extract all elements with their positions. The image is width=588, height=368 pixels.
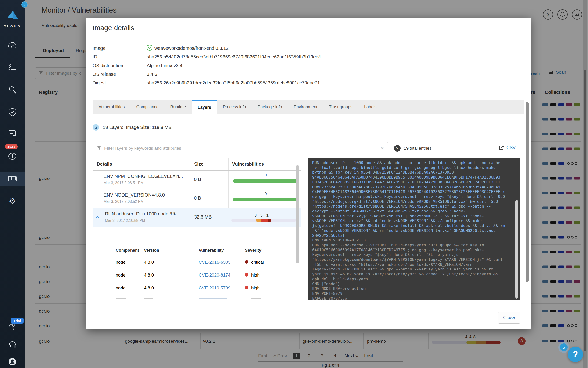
filter-funnel-icon <box>97 146 101 151</box>
sidebar-expand-toggle[interactable]: › <box>21 1 27 8</box>
cve-link[interactable]: CVE-2016-6303 <box>199 260 230 265</box>
cve-link[interactable]: CVE-2019-5739 <box>199 285 230 291</box>
col-vulnerabilities: Vulnerabilities <box>232 161 264 167</box>
modal-scrollbar[interactable] <box>526 102 529 282</box>
layers-summary-text: 19 Layers, Image Size: 119.8 MB <box>103 125 172 130</box>
tab-environment[interactable]: Environment <box>288 100 323 114</box>
clear-filter-icon[interactable]: ✕ <box>380 146 384 151</box>
code-selected-layer: RUN adduser -D -u 1000 node && apk add -… <box>312 160 520 238</box>
field-label-id: ID <box>93 54 147 60</box>
csv-export-button[interactable]: CSV <box>499 145 516 150</box>
col-details: Details <box>97 161 112 167</box>
total-entries: ? 19 total entries <box>394 145 431 152</box>
cve-row-clipped <box>116 298 278 300</box>
modal-footer: Close <box>86 306 530 329</box>
chevron-up-icon[interactable] <box>96 215 99 220</box>
dockerfile-code-pane: RUN adduser -D -u 1000 node && apk add -… <box>308 158 520 300</box>
tab-trust-groups[interactable]: Trust groups <box>323 100 358 114</box>
layers-filter-input[interactable] <box>104 146 377 151</box>
modal-tabs: Vulnerabilities Compliance Runtime Layer… <box>93 100 524 114</box>
layers-table: Details Size Vulnerabilities ENV NPM_CON… <box>93 158 301 300</box>
compliance-report-icon[interactable] <box>0 130 25 138</box>
layers-filter: ✕ <box>93 142 388 154</box>
total-entries-text: 19 total entries <box>404 146 431 151</box>
code-pane-scrollbar[interactable] <box>515 200 518 299</box>
trusted-shield-check-icon <box>147 45 152 52</box>
layer-row-3-expanded: RUN adduser -D -u 1000 node &&... Mar 3,… <box>93 208 301 300</box>
alerts-icon[interactable] <box>0 153 25 160</box>
field-value-os-distribution: Alpine Linux v3.4 <box>147 63 182 68</box>
tab-layers[interactable]: Layers <box>192 100 217 114</box>
settings-gear-icon[interactable]: ⚙ <box>0 197 25 205</box>
layers-table-header: Details Size Vulnerabilities <box>93 158 301 171</box>
logo-mark-icon <box>6 9 19 21</box>
sidebar: › CLOUD 1921 ⚙ <box>0 0 25 368</box>
tab-runtime[interactable]: Runtime <box>164 100 192 114</box>
layers-summary: i 19 Layers, Image Size: 119.8 MB <box>93 124 172 130</box>
policies-checklist-icon[interactable] <box>0 64 25 71</box>
cve-row-2: node 4.8.0 CVE-2020-8174 high <box>93 269 301 282</box>
field-value-os-release: 3.4.6 <box>147 72 157 77</box>
close-button[interactable]: Close <box>498 312 520 323</box>
tab-package-info[interactable]: Package info <box>252 100 288 114</box>
field-label-digest: Digest <box>93 80 147 86</box>
image-fields: Image weaveworksdemos/front-end:0.3.12 I… <box>93 44 321 87</box>
containers-icon[interactable] <box>0 175 25 182</box>
cve-link[interactable]: CVE-2020-8174 <box>199 273 230 278</box>
severity-bar <box>231 219 296 222</box>
vuln-count: 0 <box>233 173 299 177</box>
support-headset-icon[interactable] <box>0 341 25 349</box>
tab-vulnerabilities[interactable]: Vulnerabilities <box>93 100 130 114</box>
investigate-search-icon[interactable] <box>0 86 25 93</box>
vuln-count: 0 <box>233 192 299 196</box>
code-other-layers: ENV YARN_VERSION=0.21.3RUN apk add --no-… <box>312 238 520 300</box>
image-details-modal: Image details Image weaveworksdemos/fron… <box>86 18 530 329</box>
field-label-os-distribution: OS distribution <box>93 63 147 68</box>
dashboard-gauge-icon[interactable] <box>0 42 25 49</box>
access-keys-icon[interactable] <box>0 323 25 331</box>
trial-badge: Trial <box>11 318 24 323</box>
cve-row-3: node 4.8.0 CVE-2019-5739 high <box>93 282 301 295</box>
user-profile-icon[interactable] <box>0 358 25 366</box>
field-value-id: sha256:b54402ef78a55ccb3dfbb719669c6740f… <box>147 54 321 60</box>
entries-help-icon[interactable]: ? <box>394 145 401 152</box>
vuln-counts: 3 5 1 <box>255 213 270 218</box>
cve-row-1: node 4.8.0 CVE-2016-6303 critical <box>93 256 301 269</box>
prisma-cloud-logo: CLOUD <box>0 9 25 28</box>
modal-title: Image details <box>93 24 134 32</box>
severity-dot-high <box>245 286 248 289</box>
modal-header: Image details <box>86 18 530 38</box>
clean-bar <box>233 198 299 202</box>
layer-row-3[interactable]: RUN adduser -D -u 1000 node &&... Mar 3,… <box>93 208 301 227</box>
fab-notification-badge[interactable]: 6 <box>560 343 568 351</box>
layers-table-scrollbar[interactable] <box>296 165 299 263</box>
tab-labels[interactable]: Labels <box>358 100 382 114</box>
alerts-count-badge: 1921 <box>5 144 18 149</box>
field-value-digest: sha256:26a2d9b6b291dee2dca32fca3f5bff6c2… <box>147 80 320 86</box>
help-fab-button[interactable]: ? <box>568 347 583 362</box>
export-icon <box>499 145 504 150</box>
severity-dot-critical <box>245 260 248 264</box>
info-icon: i <box>93 124 99 130</box>
tab-process-info[interactable]: Process info <box>217 100 252 114</box>
app-screen: Monitor / Vulnerabilities Vulnerability … <box>0 0 588 368</box>
field-label-os-release: OS release <box>93 72 147 77</box>
field-label-image: Image <box>93 46 147 51</box>
col-size: Size <box>194 161 203 167</box>
defend-shield-icon[interactable] <box>0 108 25 116</box>
layer-row-2[interactable]: ENV NODE_VERSION=4.8.0 Mar 3, 2017 2:03:… <box>93 189 301 208</box>
severity-dot-high <box>245 273 248 276</box>
tab-compliance[interactable]: Compliance <box>130 100 164 114</box>
layer-row-1[interactable]: ENV NPM_CONFIG_LOGLEVEL=in... Mar 3, 201… <box>93 171 301 189</box>
clean-bar <box>233 179 299 183</box>
field-value-image: weaveworksdemos/front-end:0.3.12 <box>155 46 228 51</box>
